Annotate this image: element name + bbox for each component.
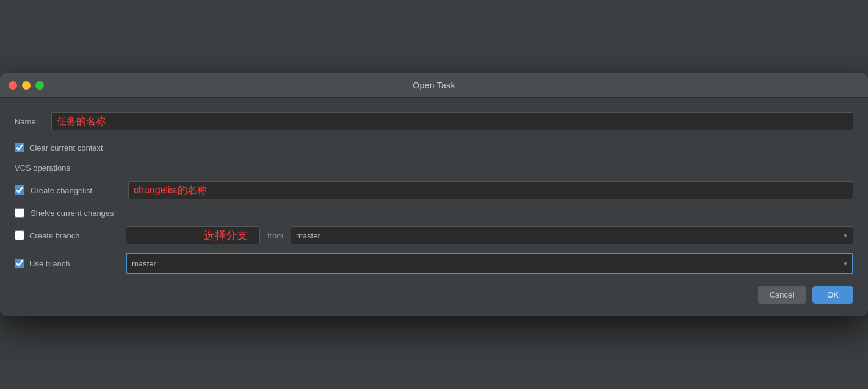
from-label: from bbox=[265, 231, 286, 240]
create-changelist-label: Create changelist bbox=[31, 186, 122, 195]
titlebar: Open Task bbox=[0, 73, 868, 98]
minimize-button[interactable] bbox=[22, 81, 31, 90]
window-controls bbox=[9, 81, 44, 90]
shelve-label: Shelve current changes bbox=[31, 209, 122, 218]
use-branch-row: Use branch master ▼ bbox=[15, 253, 853, 274]
open-task-dialog: Open Task Name: Clear current context VC… bbox=[0, 73, 868, 316]
clear-context-checkbox[interactable] bbox=[15, 143, 24, 152]
create-changelist-checkbox[interactable] bbox=[15, 185, 24, 195]
use-branch-checkbox[interactable] bbox=[15, 259, 24, 268]
vcs-divider bbox=[76, 168, 853, 168]
use-branch-select[interactable]: master bbox=[126, 253, 853, 274]
create-branch-checkbox[interactable] bbox=[15, 230, 24, 240]
branch-name-input[interactable] bbox=[126, 226, 260, 244]
from-branch-wrapper: master ▼ bbox=[291, 226, 853, 244]
ok-button[interactable]: OK bbox=[812, 286, 853, 304]
vcs-section-header: VCS operations bbox=[15, 163, 853, 173]
vcs-section-title: VCS operations bbox=[15, 163, 70, 173]
maximize-button[interactable] bbox=[35, 81, 44, 90]
shelve-row: Shelve current changes bbox=[15, 208, 853, 218]
clear-context-row: Clear current context bbox=[15, 143, 853, 152]
from-branch-select[interactable]: master bbox=[291, 226, 853, 244]
button-row: Cancel OK bbox=[15, 286, 853, 304]
dialog-title: Open Task bbox=[413, 80, 455, 90]
create-branch-label: Create branch bbox=[29, 231, 121, 240]
clear-context-label: Clear current context bbox=[29, 143, 103, 152]
changelist-name-input[interactable] bbox=[128, 181, 853, 199]
create-changelist-row: Create changelist bbox=[15, 181, 853, 199]
create-branch-row: Create branch 选择分支 from master ▼ bbox=[15, 226, 853, 244]
use-branch-select-wrapper: master ▼ bbox=[126, 253, 853, 274]
close-button[interactable] bbox=[9, 81, 17, 90]
cancel-button[interactable]: Cancel bbox=[758, 286, 806, 304]
name-row: Name: bbox=[15, 112, 853, 130]
dialog-content: Name: Clear current context VCS operatio… bbox=[0, 98, 868, 316]
use-branch-label: Use branch bbox=[29, 259, 121, 268]
name-input[interactable] bbox=[51, 112, 853, 130]
shelve-checkbox[interactable] bbox=[15, 208, 24, 218]
name-label: Name: bbox=[15, 117, 45, 126]
